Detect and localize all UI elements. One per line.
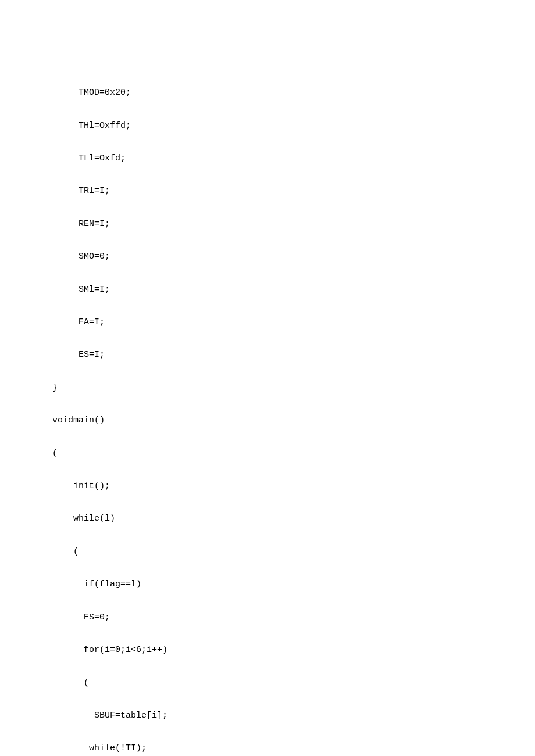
code-line: SMl=I;: [52, 282, 535, 298]
code-block: TMOD=0x20; THl=Oxffd; TLl=Oxfd; TRl=I; R…: [0, 0, 535, 756]
code-line: TLl=Oxfd;: [52, 151, 535, 167]
code-line: SMO=0;: [52, 249, 535, 265]
code-line: if(flag==l): [52, 576, 535, 593]
code-line: (: [52, 675, 535, 691]
code-line: while(l): [52, 511, 535, 527]
code-line: SBUF=table[i];: [52, 708, 535, 724]
code-line: }: [52, 380, 535, 396]
code-line: (: [52, 544, 535, 560]
code-line: THl=Oxffd;: [52, 118, 535, 134]
code-line: REN=I;: [52, 216, 535, 232]
code-line: EA=I;: [52, 314, 535, 331]
code-line: TMOD=0x20;: [52, 85, 535, 101]
code-line: (: [52, 446, 535, 462]
code-line: for(i=0;i<6;i++): [52, 642, 535, 658]
code-line: while(!TI);: [52, 740, 535, 756]
code-line: init();: [52, 478, 535, 495]
code-line: ES=I;: [52, 347, 535, 363]
code-line: ES=0;: [52, 610, 535, 626]
code-line: voidmain(): [52, 413, 535, 429]
code-line: TRl=I;: [52, 183, 535, 199]
